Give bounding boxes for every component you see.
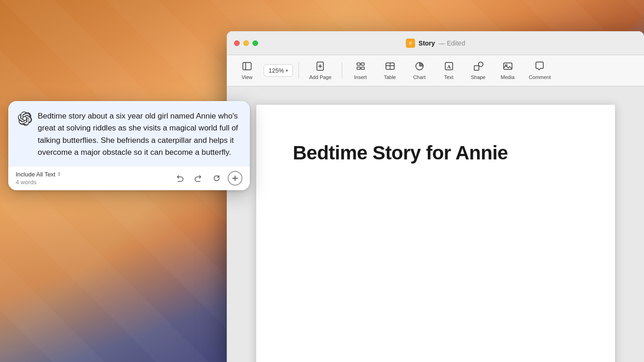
toolbar-separator-2: [342, 62, 342, 79]
add-page-icon: [315, 61, 325, 73]
minimize-button[interactable]: [243, 40, 249, 46]
ai-panel: Bedtime story about a six year old girl …: [8, 101, 250, 190]
toolbar-separator: [299, 62, 299, 79]
insert-icon: [356, 61, 366, 73]
table-icon: [385, 61, 395, 73]
title-bar-center: Story — Edited: [406, 39, 465, 48]
table-label: Table: [384, 74, 396, 80]
svg-rect-21: [474, 66, 479, 70]
svg-text:A: A: [447, 64, 451, 69]
ai-action-buttons: [172, 171, 242, 186]
ai-include-area: Include All Text ⇧ 4 words: [16, 171, 172, 186]
ai-bottom-bar: Include All Text ⇧ 4 words: [8, 166, 250, 190]
text-icon: A: [444, 61, 454, 73]
svg-point-22: [478, 62, 483, 67]
table-button[interactable]: Table: [377, 58, 403, 83]
add-button[interactable]: [228, 171, 242, 186]
view-button[interactable]: View: [234, 58, 260, 83]
media-label: Media: [501, 74, 515, 80]
window-controls: [234, 40, 258, 46]
zoom-button[interactable]: 125% ▾: [264, 64, 293, 77]
chart-icon: [414, 61, 425, 73]
chevron-up-icon: ⇧: [57, 171, 61, 177]
document-area[interactable]: Bedtime Story for Annie: [227, 86, 644, 362]
comment-label: Comment: [529, 74, 551, 80]
svg-rect-4: [243, 62, 251, 70]
include-all-text-button[interactable]: Include All Text ⇧: [16, 171, 61, 178]
document-title[interactable]: Bedtime Story for Annie: [293, 141, 578, 164]
window-subtitle: — Edited: [439, 40, 466, 47]
toolbar: View 125% ▾ Add Page: [227, 55, 644, 86]
chart-label: Chart: [413, 74, 426, 80]
zoom-value: 125%: [269, 67, 284, 74]
include-all-text-label: Include All Text: [16, 171, 55, 178]
insert-button[interactable]: Insert: [348, 58, 374, 83]
svg-rect-12: [361, 67, 364, 69]
pages-window: Story — Edited View 125% ▾: [227, 31, 644, 362]
maximize-button[interactable]: [253, 40, 258, 46]
document-icon: [406, 39, 415, 48]
add-page-label: Add Page: [309, 74, 331, 80]
ai-message-text: Bedtime story about a six year old girl …: [38, 110, 241, 158]
media-button[interactable]: Media: [495, 58, 521, 83]
text-button[interactable]: A Text: [436, 58, 462, 83]
ai-chat-area: Bedtime story about a six year old girl …: [8, 101, 250, 166]
document-page[interactable]: Bedtime Story for Annie: [256, 105, 615, 362]
svg-rect-23: [504, 63, 512, 69]
view-label: View: [242, 74, 253, 80]
svg-rect-9: [357, 63, 360, 65]
media-icon: [503, 61, 513, 73]
text-label: Text: [444, 74, 453, 80]
word-count: 4 words: [16, 179, 172, 186]
chart-button[interactable]: Chart: [407, 58, 432, 83]
chevron-down-icon: ▾: [286, 68, 288, 73]
shape-icon: [473, 61, 483, 73]
sidebar-icon: [242, 61, 252, 73]
shape-label: Shape: [471, 74, 486, 80]
refresh-button[interactable]: [209, 171, 224, 186]
window-title: Story: [419, 40, 435, 47]
svg-rect-11: [357, 67, 360, 69]
svg-rect-10: [361, 63, 364, 65]
ai-logo-icon: [17, 111, 32, 126]
ai-message: Bedtime story about a six year old girl …: [17, 110, 241, 158]
title-bar: Story — Edited: [227, 31, 644, 55]
undo-button[interactable]: [172, 171, 187, 186]
redo-button[interactable]: [191, 171, 206, 186]
shape-button[interactable]: Shape: [466, 58, 491, 83]
comment-icon: [535, 61, 545, 73]
close-button[interactable]: [234, 40, 240, 46]
insert-label: Insert: [354, 74, 367, 80]
add-page-button[interactable]: Add Page: [305, 58, 336, 83]
comment-button[interactable]: Comment: [524, 58, 556, 83]
